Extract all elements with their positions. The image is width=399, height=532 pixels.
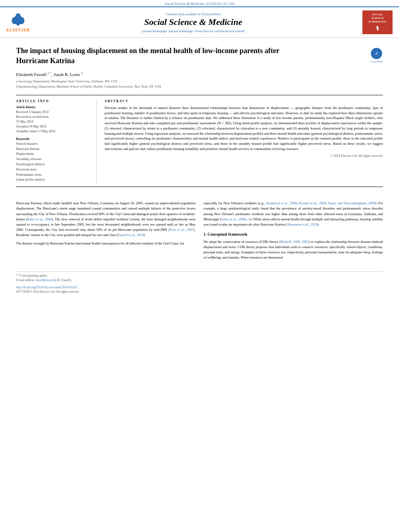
body-paragraph: especially for New Orleans's residents (… (204, 201, 383, 227)
article-history-label: Article history: (16, 105, 90, 109)
keyword-item: Psychological distress (16, 162, 90, 167)
author-lowe: Sarah R. Lowe (53, 72, 81, 76)
article-section: The impact of housing displacement on th… (0, 38, 399, 197)
issn-line: 0277-9536/© 2014 Elsevier Ltd. All right… (16, 290, 383, 294)
citation-link[interactable]: Frey et al., 2007 (170, 228, 193, 232)
keyword-item: Natural disasters (16, 142, 90, 147)
keyword-item: Latent profile analysis (16, 177, 90, 183)
citation-link[interactable]: Galea et al., 2008a, b (221, 217, 250, 221)
body-left-column: Hurricane Katrina, which made landfall n… (16, 201, 195, 263)
citation-link[interactable]: Kessler et al., 2008 (299, 201, 326, 205)
accepted-date: Accepted 16 May 2014 (16, 124, 90, 129)
keyword-item: Hurricane Katrina (16, 147, 90, 152)
journal-header-center: Contents lists available at ScienceDirec… (30, 12, 356, 33)
article-info-heading: ARTICLE INFO (16, 99, 90, 103)
corresponding-author-note: * * Corresponding author. (16, 273, 383, 278)
affiliation-a: a Sociology Department, Washington State… (16, 79, 366, 84)
ssm-logo-area: SOCIALSCIENCE& MEDICINE ⚕ (356, 10, 393, 34)
journal-homepage: journal homepage: journal homepage: www.… (30, 29, 356, 33)
keywords-list: Natural disastersHurricane KatrinaDispla… (16, 142, 90, 183)
svg-point-4 (16, 13, 21, 20)
journal-citation-text: Social Science & Medicine 113 (2014) 137… (165, 2, 234, 6)
body-paragraph: The disaster wrought by Hurricane Katrin… (16, 241, 195, 246)
citation-link[interactable]: Hobfoll, 1989, 2001 (281, 240, 309, 244)
journal-citation-bar: Social Science & Medicine 113 (2014) 137… (0, 0, 399, 6)
article-info-abstract-container: ARTICLE INFO Article history: Received 3… (16, 95, 383, 187)
crossmark-widget[interactable]: ✓ CrossMark (370, 48, 383, 63)
keyword-item: Displacement (16, 152, 90, 157)
svg-text:✓: ✓ (375, 51, 378, 56)
citation-link[interactable]: Sastry and VanLandingham, 2009 (328, 201, 375, 205)
email-link[interactable]: fussell@wsu.edu (36, 278, 56, 282)
keyword-item: Secondary stressors (16, 157, 90, 162)
section-heading-conceptual: 1. Conceptual framework (204, 231, 383, 238)
abstract-body: Previous studies in the aftermath of nat… (105, 105, 383, 152)
body-section: Hurricane Katrina, which made landfall n… (0, 197, 399, 267)
title-row: The impact of housing displacement on th… (16, 46, 383, 95)
crossmark-label: CrossMark (370, 60, 383, 63)
author-fussell: Elizabeth Fussell (16, 72, 47, 76)
available-date: Available online 17 May 2014 (16, 129, 90, 134)
journal-header: ELSEVIER Contents lists available at Sci… (0, 6, 399, 38)
citation-link[interactable]: Kates et al., 2006 (27, 217, 52, 221)
keyword-item: Perceived stress (16, 167, 90, 173)
footer-divider (16, 271, 383, 272)
citation-link[interactable]: Abramson et al., 2010 (287, 222, 317, 226)
citation-link[interactable]: Fussell et al., 2010 (118, 233, 144, 237)
doi-link[interactable]: http://dx.doi.org/10.1016/j.socscimed.20… (16, 286, 77, 289)
article-title: The impact of housing displacement on th… (16, 46, 290, 66)
keyword-item: Posttraumatic stress (16, 173, 90, 178)
authors-line: Elizabeth Fussell a,*, Sarah R. Lowe b (16, 71, 366, 77)
elsevier-label: ELSEVIER (6, 28, 30, 32)
citation-link[interactable]: Abramson et al., 2008 (266, 201, 297, 205)
crossmark-icon: ✓ (371, 48, 382, 59)
copyright-line: © 2014 Elsevier Ltd. All rights reserved… (105, 154, 383, 158)
affiliations: a Sociology Department, Washington State… (16, 79, 366, 89)
body-paragraph: Hurricane Katrina, which made landfall n… (16, 201, 195, 238)
sciencedirect-link[interactable]: ScienceDirect (202, 12, 221, 16)
article-info-panel: ARTICLE INFO Article history: Received 3… (16, 99, 97, 183)
revised-date: 15 May 2014 (16, 119, 90, 124)
journal-title: Social Science & Medicine (30, 17, 356, 27)
elsevier-logo: ELSEVIER (6, 13, 30, 32)
title-authors-area: The impact of housing displacement on th… (16, 46, 366, 95)
homepage-prefix: journal homepage: (142, 29, 169, 33)
keywords-label: Keywords: (16, 137, 90, 141)
email-person: (E. Fussell). (57, 278, 72, 282)
contents-text: Contents lists available at (166, 12, 201, 16)
received-date: Received 3 January 2014 (16, 110, 90, 115)
contents-available-line: Contents lists available at ScienceDirec… (30, 12, 356, 16)
footer-links: http://dx.doi.org/10.1016/j.socscimed.20… (16, 285, 383, 290)
abstract-heading: ABSTRACT (105, 99, 383, 103)
body-right-column: especially for New Orleans's residents (… (204, 201, 383, 263)
affiliation-b: b Epidemiology Department, Mailman Schoo… (16, 84, 366, 89)
email-label: E-mail address: (16, 278, 35, 282)
received-revised-label: Received in revised form (16, 115, 90, 119)
ssm-logo: SOCIALSCIENCE& MEDICINE ⚕ (362, 10, 393, 34)
body-paragraph: We adopt the conservation of resources (… (204, 239, 383, 261)
email-line: E-mail address: fussell@wsu.edu (E. Fuss… (16, 278, 383, 282)
homepage-link[interactable]: journal homepage: www.elsevier.com/locat… (169, 29, 245, 33)
abstract-panel: ABSTRACT Previous studies in the afterma… (105, 99, 383, 183)
footer: * * Corresponding author. E-mail address… (0, 273, 399, 296)
corresponding-label: * Corresponding author. (19, 274, 48, 277)
